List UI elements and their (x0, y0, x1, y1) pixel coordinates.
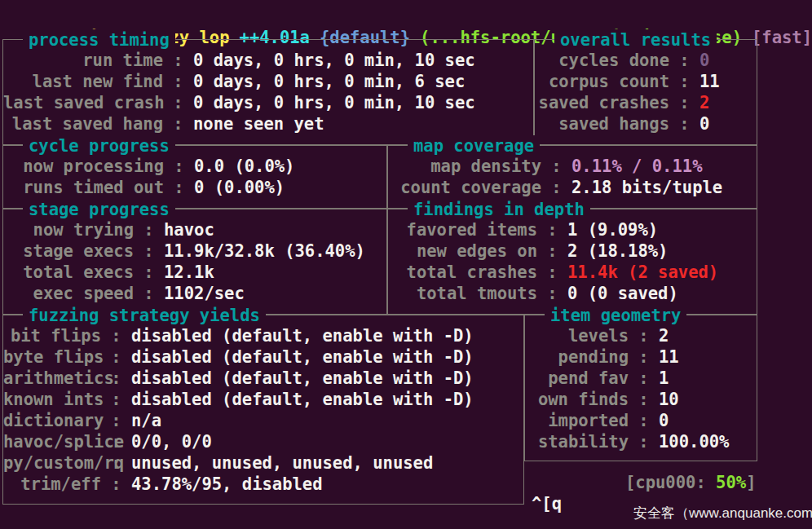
stat-label: stage execs (3, 240, 134, 262)
separator: : (134, 283, 164, 304)
stat-value: 11.4k (2 saved) (567, 262, 718, 283)
stat-label: last saved hang (3, 113, 163, 134)
separator: : (163, 50, 193, 71)
stat-value: 0 days, 0 hrs, 0 min, 10 sec (193, 50, 475, 71)
separator: : (101, 346, 131, 368)
stat-label: now processing (3, 156, 164, 177)
panel-title-overall-results: overall results (554, 29, 717, 51)
stat-label: last saved crash (3, 92, 163, 113)
separator: : (629, 431, 659, 452)
stat-value: 0 (659, 410, 669, 431)
stat-row-known-ints: known ints : disabled (default, enable w… (3, 389, 523, 410)
stat-label: own finds (525, 389, 629, 410)
stat-label: total tmouts (388, 283, 537, 304)
stat-label: havoc/splice (3, 431, 101, 452)
stat-row-stage-execs: stage execs : 11.9k/32.8k (36.40%) (3, 240, 386, 262)
stat-label: total execs (3, 262, 134, 283)
stat-label: pending (525, 346, 629, 368)
panel-title-fuzzing-strategy-yields: fuzzing strategy yields (23, 305, 266, 326)
stat-row-own-finds: own finds : 10 (525, 389, 757, 410)
stat-label: arithmetics (3, 368, 101, 389)
stat-row-new-edges-on: new edges on : 2 (18.18%) (388, 240, 757, 262)
separator: : (537, 262, 567, 283)
stat-value: 0 (0.00%) (194, 177, 285, 198)
terminal-key-echo: ^[q (532, 493, 562, 514)
panel-overall-results: overall results cycles done : 0 corpus c… (534, 39, 757, 145)
stat-row-count-coverage: count coverage : 2.18 bits/tuple (388, 177, 757, 198)
stat-row-total-execs: total execs : 12.1k (3, 262, 386, 283)
stat-value: 0 days, 0 hrs, 0 min, 6 sec (193, 71, 465, 92)
stat-label: favored items (388, 219, 537, 240)
stat-row-runs-timed-out: runs timed out : 0 (0.00%) (3, 177, 386, 198)
stat-value: unused, unused, unused, unused (131, 452, 433, 474)
stat-row-arithmetics: arithmetics : disabled (default, enable … (3, 368, 523, 389)
stat-row-favored-items: favored items : 1 (9.09%) (388, 219, 757, 240)
afl-terminal-screen[interactable]: american fuzzy lop++4.01a{default}(...hf… (0, 0, 812, 529)
stat-label: byte flips (3, 346, 101, 368)
stat-row-now-processing: now processing : 0.0 (0.0%) (3, 156, 386, 177)
separator: : (669, 92, 699, 113)
panel-title-item-geometry: item geometry (545, 305, 686, 326)
panel-stage-progress: stage progress now trying : havoc stage … (2, 209, 387, 315)
panel-findings-in-depth: findings in depth favored items : 1 (9.0… (387, 209, 757, 315)
stat-value: 0/0, 0/0 (131, 431, 212, 452)
stat-label: stability (525, 431, 629, 452)
stat-row-trim-eff: trim/eff : 43.78%/95, disabled (3, 474, 523, 495)
stat-value: n/a (131, 410, 161, 431)
stat-value: 0 (699, 50, 709, 71)
banner-schedule: [fast] (752, 28, 812, 47)
separator: : (669, 113, 699, 134)
separator: : (101, 325, 131, 346)
separator: : (101, 368, 131, 389)
separator: : (164, 156, 194, 177)
stat-label: pend fav (525, 368, 629, 389)
separator: : (541, 156, 571, 177)
stat-value: havoc (164, 219, 214, 240)
panel-process-timing: process timing run time : 0 days, 0 hrs,… (2, 39, 534, 145)
stat-value: 1102/sec (164, 283, 245, 304)
stat-row-last-saved-crash: last saved crash : 0 days, 0 hrs, 0 min,… (3, 92, 533, 113)
separator: : (163, 113, 193, 134)
stat-row-corpus-count: corpus count : 11 (535, 71, 757, 92)
separator: : (629, 325, 659, 346)
panel-item-geometry: item geometry levels : 2 pending : 11 pe… (524, 315, 757, 461)
stat-label: new edges on (388, 240, 537, 262)
separator: : (537, 219, 567, 240)
panel-title-process-timing: process timing (23, 29, 175, 51)
stat-row-saved-crashes: saved crashes : 2 (535, 92, 757, 113)
stat-row-stability: stability : 100.00% (525, 431, 757, 452)
stat-row-map-density: map density : 0.11% / 0.11% (388, 156, 757, 177)
stat-label: dictionary (3, 410, 101, 431)
cpu-meter-prefix: [cpu000: (625, 473, 716, 492)
separator: : (134, 262, 164, 283)
panel-title-map-coverage: map coverage (408, 135, 540, 156)
stat-label: known ints (3, 389, 101, 410)
separator: : (629, 368, 659, 389)
stat-value: disabled (default, enable with -D) (131, 325, 474, 346)
stat-label: corpus count (535, 71, 669, 92)
stat-row-last-saved-hang: last saved hang : none seen yet (3, 113, 533, 134)
separator: : (101, 452, 131, 474)
stat-row-total-tmouts: total tmouts : 0 (0 saved) (388, 283, 757, 304)
stat-label: now trying (3, 219, 134, 240)
stat-value: 0.0 (0.0%) (194, 156, 294, 177)
stat-label: py/custom/rq (3, 452, 101, 474)
stat-row-havoc-splice: havoc/splice : 0/0, 0/0 (3, 431, 523, 452)
stat-row-run-time: run time : 0 days, 0 hrs, 0 min, 10 sec (3, 50, 533, 71)
stat-value: 2 (659, 325, 669, 346)
stat-row-levels: levels : 2 (525, 325, 757, 346)
stat-value: disabled (default, enable with -D) (131, 389, 474, 410)
stat-label: saved hangs (535, 113, 669, 134)
cpu-meter-value: 50% (716, 473, 746, 492)
separator: : (134, 240, 164, 262)
stat-row-pend-fav: pend fav : 1 (525, 368, 757, 389)
panel-title-cycle-progress: cycle progress (23, 135, 175, 156)
separator: : (537, 240, 567, 262)
stat-row-now-trying: now trying : havoc (3, 219, 386, 240)
separator: : (101, 389, 131, 410)
stat-label: exec speed (3, 283, 134, 304)
stat-label: trim/eff (3, 474, 101, 495)
stat-row-saved-hangs: saved hangs : 0 (535, 113, 757, 134)
panel-title-stage-progress: stage progress (23, 199, 175, 220)
stat-row-py-custom-rq: py/custom/rq : unused, unused, unused, u… (3, 452, 523, 474)
